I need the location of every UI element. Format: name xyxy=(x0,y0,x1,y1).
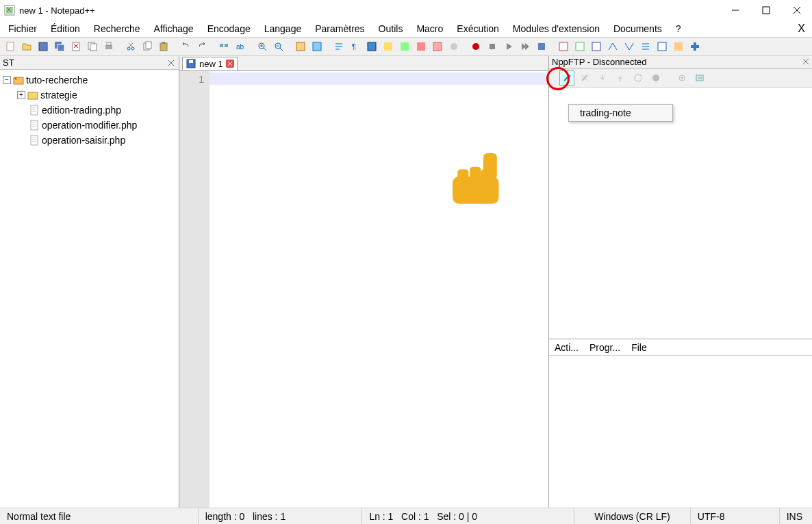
tree-item-file[interactable]: operation-saisir.php xyxy=(3,133,176,148)
menu-outils[interactable]: Outils xyxy=(373,22,409,36)
redo-icon[interactable] xyxy=(194,39,210,54)
maximize-button[interactable] xyxy=(750,0,781,21)
svg-rect-59 xyxy=(31,105,38,115)
tree-item-folder[interactable]: + strategie xyxy=(3,88,176,103)
tb-misc3-icon[interactable] xyxy=(589,39,604,54)
ftp-tab-file[interactable]: File xyxy=(626,341,652,354)
expand-icon[interactable]: + xyxy=(17,91,25,99)
print-icon[interactable] xyxy=(101,39,116,54)
svg-rect-52 xyxy=(592,42,600,51)
zoom-in-icon[interactable] xyxy=(255,39,270,54)
docmap-icon[interactable] xyxy=(397,39,412,54)
minimize-button[interactable] xyxy=(720,0,750,21)
plugin-icon[interactable] xyxy=(687,39,702,54)
replace-icon[interactable]: ab xyxy=(233,39,248,54)
menu-modules[interactable]: Modules d'extension xyxy=(507,22,605,36)
ftp-disconnect-icon[interactable] xyxy=(577,70,592,86)
tb-misc8-icon[interactable] xyxy=(671,39,686,54)
menu-execution[interactable]: Exécution xyxy=(451,22,504,36)
wordwrap-icon[interactable] xyxy=(331,39,346,54)
undo-icon[interactable] xyxy=(178,39,193,54)
playmulti-icon[interactable] xyxy=(518,39,533,54)
userdefine-icon[interactable] xyxy=(381,39,396,54)
new-file-icon[interactable] xyxy=(3,39,18,54)
svg-line-29 xyxy=(264,48,266,51)
record-icon[interactable] xyxy=(468,39,483,54)
text-editor[interactable] xyxy=(210,71,548,508)
ftp-close-icon[interactable] xyxy=(802,57,809,67)
savemacro-icon[interactable] xyxy=(534,39,549,54)
tb-misc6-icon[interactable] xyxy=(638,39,653,54)
copy-icon[interactable] xyxy=(140,39,155,54)
tree-root[interactable]: − tuto-recherche xyxy=(3,73,176,88)
play-icon[interactable] xyxy=(501,39,516,54)
ftp-profile-item[interactable]: trading-note xyxy=(580,107,631,118)
menu-encodage[interactable]: Encodage xyxy=(202,22,256,36)
menu-help[interactable]: ? xyxy=(670,22,687,36)
svg-text:¶: ¶ xyxy=(352,42,356,51)
svg-rect-38 xyxy=(368,42,376,51)
sidebar-title: ST xyxy=(3,57,14,68)
ftp-download-icon[interactable] xyxy=(595,70,610,86)
ftp-messages-icon[interactable] xyxy=(692,70,707,86)
file-icon xyxy=(29,105,40,116)
tb-misc1-icon[interactable] xyxy=(556,39,571,54)
funclist-icon[interactable] xyxy=(430,39,445,54)
doclist-icon[interactable] xyxy=(414,39,429,54)
save-icon[interactable] xyxy=(36,39,51,54)
svg-point-43 xyxy=(451,43,457,50)
stop-icon[interactable] xyxy=(485,39,500,54)
ftp-upload-icon[interactable] xyxy=(613,70,628,86)
open-file-icon[interactable] xyxy=(19,39,34,54)
file-tree[interactable]: − tuto-recherche + strategie edition-tra… xyxy=(0,70,179,508)
ftp-log-area xyxy=(549,356,812,508)
svg-rect-67 xyxy=(31,135,38,145)
menu-macro[interactable]: Macro xyxy=(411,22,448,36)
menu-langage[interactable]: Langage xyxy=(259,22,307,36)
tb-misc5-icon[interactable] xyxy=(622,39,637,54)
close-button[interactable] xyxy=(781,0,812,21)
cut-icon[interactable] xyxy=(123,39,138,54)
ftp-settings-icon[interactable] xyxy=(674,70,689,86)
menu-affichage[interactable]: Affichage xyxy=(149,22,199,36)
menu-documents[interactable]: Documents xyxy=(608,22,668,36)
sync-v-icon[interactable] xyxy=(293,39,308,54)
close-all-icon[interactable] xyxy=(85,39,100,54)
tb-misc7-icon[interactable] xyxy=(655,39,670,54)
close-file-icon[interactable] xyxy=(68,39,84,54)
menu-edition[interactable]: Édition xyxy=(45,22,86,36)
menu-parametres[interactable]: Paramètres xyxy=(309,22,370,36)
menu-fichier[interactable]: Fichier xyxy=(3,22,42,36)
indent-icon[interactable] xyxy=(364,39,379,54)
menu-recherche[interactable]: Recherche xyxy=(88,22,146,36)
status-col: Col : 1 xyxy=(401,511,429,522)
svg-rect-22 xyxy=(146,42,151,49)
collapse-icon[interactable]: − xyxy=(3,76,11,84)
sidebar-close-icon[interactable] xyxy=(166,58,176,68)
ftp-tab-progress[interactable]: Progr... xyxy=(584,341,626,354)
zoom-out-icon[interactable] xyxy=(271,39,286,54)
paste-icon[interactable] xyxy=(156,39,171,54)
tree-item-file[interactable]: operation-modifier.php xyxy=(3,118,176,133)
ftp-profile-dropdown[interactable]: trading-note xyxy=(568,104,673,122)
ftp-abort-icon[interactable] xyxy=(648,70,663,86)
tb-misc4-icon[interactable] xyxy=(605,39,620,54)
ftp-tab-actions[interactable]: Acti... xyxy=(549,341,584,354)
titlebar: new 1 - Notepad++ xyxy=(0,0,812,21)
editor-tab[interactable]: new 1 xyxy=(182,57,238,70)
ftp-refresh-icon[interactable] xyxy=(631,70,646,86)
menubar-close-icon[interactable]: X xyxy=(798,23,812,35)
folder-icon[interactable] xyxy=(446,39,461,54)
showall-icon[interactable]: ¶ xyxy=(348,39,363,54)
save-all-icon[interactable] xyxy=(52,39,67,54)
tree-item-file[interactable]: edition-trading.php xyxy=(3,103,176,118)
svg-rect-77 xyxy=(457,169,468,181)
tb-misc2-icon[interactable] xyxy=(572,39,587,54)
ftp-connect-icon[interactable] xyxy=(559,70,574,86)
find-icon[interactable] xyxy=(216,39,231,54)
ftp-tree[interactable]: trading-note xyxy=(549,88,812,340)
app-icon xyxy=(4,5,15,16)
sync-h-icon[interactable] xyxy=(309,39,325,54)
close-tab-icon[interactable] xyxy=(226,60,234,68)
svg-point-17 xyxy=(127,47,130,50)
